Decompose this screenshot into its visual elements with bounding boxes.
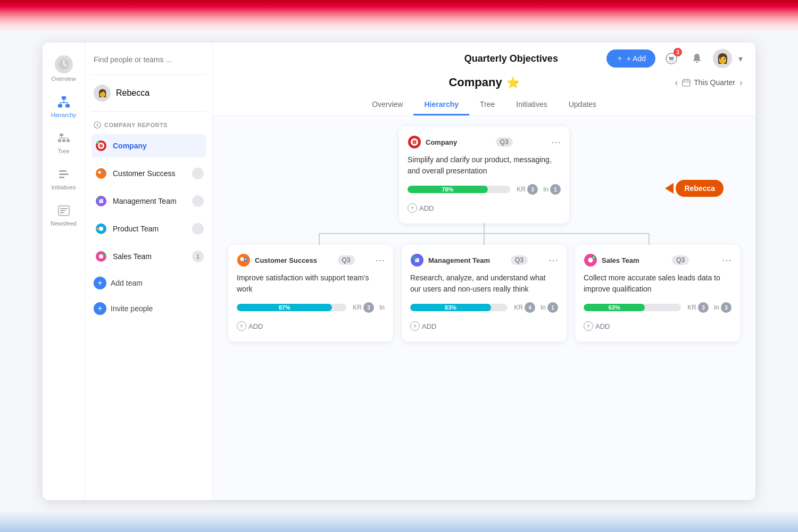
sidebar-item-initiatives[interactable]: Initiatives (43, 163, 85, 195)
main-add-link[interactable]: + ADD (408, 201, 561, 215)
management-badge (192, 195, 204, 207)
add-button[interactable]: ＋ + Add (606, 49, 655, 68)
cs-add-link[interactable]: + ADD (237, 319, 385, 333)
sales-kr-badge: KR 3 (687, 302, 709, 313)
team-management-name: Management Team (113, 197, 188, 205)
management-team-icon (94, 194, 109, 209)
main-in-label: In (543, 186, 548, 193)
notification-badge: 3 (674, 48, 682, 56)
main-card-more-btn[interactable]: ⋯ (551, 136, 561, 148)
main-kr-badge: KR 3 (517, 184, 538, 195)
bottom-cards-row: Customer Success Q3 ⋯ Improve satisfacti… (228, 223, 740, 342)
cs-in-label: In (379, 304, 385, 311)
mgmt-progress-bar: 83% (410, 304, 508, 311)
svg-rect-9 (58, 139, 61, 142)
mgmt-card-quarter: Q3 (511, 255, 528, 265)
invite-people-label: Invite people (111, 304, 153, 313)
next-period-arrow[interactable]: › (739, 77, 743, 88)
team-company-name: Company (113, 142, 204, 150)
search-input[interactable] (92, 51, 206, 68)
svg-point-48 (672, 61, 673, 62)
divider-2 (92, 111, 206, 112)
svg-point-32 (97, 142, 98, 143)
svg-rect-11 (66, 139, 70, 142)
cs-progress-row: 87% KR 3 In (237, 302, 385, 313)
team-item-sales[interactable]: Sales Team 1 (92, 245, 206, 268)
team-item-customer-success[interactable]: Customer Success (92, 162, 206, 185)
svg-point-64 (240, 257, 244, 261)
team-sales-name: Sales Team (113, 252, 188, 261)
top-gradient-bar (0, 0, 798, 32)
sales-progress-bar: 63% (584, 304, 681, 311)
sales-kr-in: KR 3 In 3 (687, 302, 732, 313)
tab-hierarchy[interactable]: Hierarchy (413, 95, 469, 115)
invite-people-item[interactable]: + Invite people (92, 298, 206, 319)
cs-card-team: Customer Success (237, 253, 317, 267)
mgmt-add-link[interactable]: + ADD (410, 319, 558, 333)
user-rebecca[interactable]: 👩 Rebecca (92, 81, 206, 105)
main-company-card: Company Q3 ⋯ Simplify and clarify our pr… (399, 127, 569, 223)
customer-success-icon (94, 166, 109, 181)
tab-updates[interactable]: Updates (558, 95, 607, 115)
tab-tree[interactable]: Tree (469, 95, 505, 115)
header-actions: ＋ + Add 3 👩 ▾ (606, 49, 743, 68)
team-item-product[interactable]: Product Team (92, 217, 206, 240)
team-item-company[interactable]: Company (92, 134, 206, 157)
user-rebecca-name: Rebecca (116, 88, 149, 98)
sales-in-badge: In 3 (714, 302, 732, 313)
sales-card-header: Sales Team Q3 ⋯ (584, 253, 732, 267)
svg-point-66 (245, 259, 247, 260)
prev-period-arrow[interactable]: ‹ (675, 77, 678, 88)
sales-in-label: In (714, 304, 719, 311)
cs-more-btn[interactable]: ⋯ (375, 254, 385, 266)
sales-pb-fill: 63% (584, 304, 645, 311)
main-card-progress-row: 78% KR 3 In (408, 184, 561, 195)
sales-badge: 1 (192, 251, 204, 262)
svg-point-73 (593, 257, 594, 258)
sidebar-item-overview-label: Overview (52, 76, 76, 82)
svg-rect-2 (58, 104, 62, 107)
mgmt-more-btn[interactable]: ⋯ (548, 254, 558, 266)
app-container: Overview Hierarchy (43, 43, 755, 500)
sidebar-item-tree[interactable]: Tree (43, 127, 85, 159)
add-team-item[interactable]: + Add team (92, 272, 206, 294)
sales-more-btn[interactable]: ⋯ (722, 254, 732, 266)
team-item-management[interactable]: Management Team (92, 189, 206, 213)
bell-button[interactable] (687, 49, 706, 68)
sales-add-link[interactable]: + ADD (584, 319, 732, 333)
svg-rect-3 (65, 104, 70, 107)
card-header-company: Company Q3 ⋯ (408, 135, 561, 149)
main-card-desc: Simplify and clarify our product, messag… (408, 154, 561, 177)
period-selector[interactable]: This Quarter (682, 78, 735, 87)
card-sales: Sales Team Q3 ⋯ Collect more accurate sa… (575, 245, 740, 342)
star-icon[interactable]: ⭐ (506, 76, 520, 89)
svg-rect-49 (696, 62, 698, 63)
mgmt-add-label: ADD (422, 322, 436, 330)
sidebar-item-overview[interactable]: Overview (43, 51, 85, 86)
cart-button[interactable]: 3 (662, 49, 681, 68)
tab-initiatives[interactable]: Initiatives (505, 95, 558, 115)
card-management: Management Team Q3 ⋯ Research, analyze, … (402, 245, 567, 342)
card-company-name: Company (426, 138, 457, 146)
main-card-quarter: Q3 (496, 137, 513, 147)
cs-kr-in: KR 3 In (353, 302, 385, 313)
main-pb-fill: 78% (408, 186, 488, 193)
tab-overview[interactable]: Overview (361, 95, 413, 115)
svg-rect-8 (60, 134, 63, 136)
cs-kr-label: KR (353, 304, 362, 311)
sidebar-item-hierarchy-label: Hierarchy (51, 112, 76, 118)
card-team-company: Company (408, 135, 457, 149)
sidebar-item-hierarchy[interactable]: Hierarchy (43, 90, 85, 122)
add-button-label: + Add (627, 54, 646, 63)
add-team-icon: + (94, 277, 106, 289)
add-plus-icon: ＋ (616, 54, 624, 63)
add-team-label: Add team (111, 279, 143, 287)
mgmt-kr-in: KR 4 In 1 (514, 302, 558, 313)
main-pb-track: 78% (408, 186, 510, 193)
sales-pb-track: 63% (584, 304, 681, 311)
sidebar-item-newsfeed[interactable]: Newsfeed (43, 199, 85, 231)
main-header: Quarterly Objectives ＋ + Add 3 👩 ▾ (213, 43, 755, 116)
user-avatar-button[interactable]: 👩 (713, 49, 732, 68)
sales-add-icon: + (584, 321, 593, 331)
sales-kr-label: KR (687, 304, 696, 311)
